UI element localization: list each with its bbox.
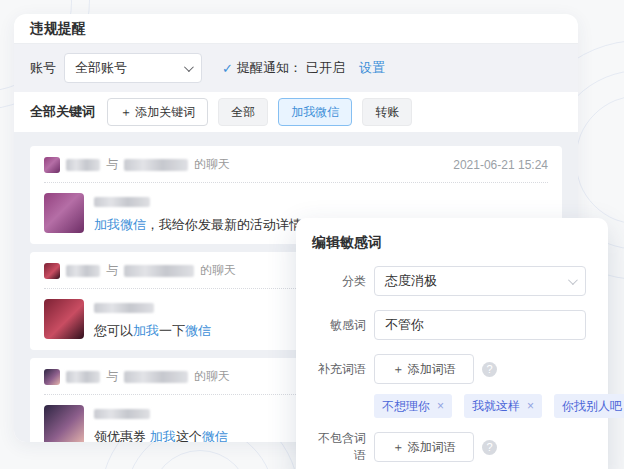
avatar — [44, 263, 60, 279]
keyword-highlight: 加我 — [133, 323, 159, 338]
word-label: 敏感词 — [308, 317, 366, 334]
exclude-row: 不包含词语 ＋ 添加词语 ? — [308, 430, 596, 464]
blurred-name — [124, 371, 188, 383]
notify-status: 已开启 — [306, 59, 345, 77]
account-label: 账号 — [30, 59, 56, 77]
word-tag: 我就这样 × — [464, 394, 542, 418]
category-row: 分类 态度消极 — [308, 266, 596, 296]
add-word-button[interactable]: ＋ 添加词语 — [374, 354, 474, 384]
keyword-tab-transfer[interactable]: 转账 — [362, 98, 412, 126]
keyword-highlight: 微信 — [202, 429, 228, 442]
close-icon[interactable]: × — [437, 399, 444, 413]
keyword-label: 全部关键词 — [30, 103, 95, 121]
blurred-name — [66, 159, 100, 171]
message-part: 一下 — [159, 323, 185, 338]
message-part: 这个 — [176, 429, 202, 442]
word-row: 敏感词 不管你 — [308, 310, 596, 340]
blurred-name — [66, 371, 100, 383]
settings-link[interactable]: 设置 — [359, 59, 385, 77]
category-label: 分类 — [308, 273, 366, 290]
chat-suffix: 的聊天 — [194, 156, 230, 173]
sensitive-word-input[interactable]: 不管你 — [374, 310, 586, 340]
help-icon[interactable]: ? — [482, 362, 497, 377]
chat-card-header: 与 的聊天 2021-06-21 15:24 — [44, 156, 548, 173]
blurred-name — [124, 265, 194, 277]
supplement-label: 补充词语 — [308, 361, 366, 378]
avatar — [44, 369, 60, 385]
exclude-label: 不包含词语 — [308, 430, 366, 464]
keyword-tab-all[interactable]: 全部 — [218, 98, 268, 126]
avatar — [44, 299, 84, 339]
exclude-add-word-button[interactable]: ＋ 添加词语 — [374, 432, 474, 462]
message-text: 领优惠券 加我这个微信 — [94, 428, 228, 442]
supplement-row: 补充词语 ＋ 添加词语 ? — [308, 354, 596, 384]
avatar — [44, 405, 84, 442]
add-keyword-button[interactable]: ＋ 添加关键词 — [107, 98, 208, 126]
notify-label: 提醒通知： — [237, 59, 302, 77]
keyword-toolbar: 全部关键词 ＋ 添加关键词 全部 加我微信 转账 — [14, 92, 578, 132]
message-text: 加我微信，我给你发最新的活动详情 — [94, 216, 302, 234]
account-select[interactable]: 全部账号 — [64, 53, 202, 83]
keyword-highlight: 加我 — [150, 429, 176, 442]
close-icon[interactable]: × — [527, 399, 534, 413]
word-tag-label: 我就这样 — [472, 398, 520, 415]
keyword-highlight: 微信 — [185, 323, 211, 338]
blurred-name — [66, 265, 100, 277]
blurred-name — [124, 159, 188, 171]
category-select[interactable]: 态度消极 — [374, 266, 586, 296]
avatar — [44, 193, 84, 233]
chevron-down-icon — [184, 62, 194, 72]
check-icon: ✓ — [222, 61, 233, 76]
blurred-sender-name — [94, 303, 154, 313]
word-tag-label: 不想理你 — [382, 398, 430, 415]
page-title: 违规提醒 — [30, 20, 86, 38]
word-tag: 不想理你 × — [374, 394, 452, 418]
modal-title: 编辑敏感词 — [312, 234, 592, 252]
category-select-value: 态度消极 — [385, 272, 437, 290]
account-filter-bar: 账号 全部账号 ✓ 提醒通知： 已开启 设置 — [14, 44, 578, 92]
message-part: 您可以 — [94, 323, 133, 338]
message-part: ，我给你发最新的活动详情 — [146, 217, 302, 232]
keyword-highlight: 加我微信 — [94, 217, 146, 232]
edit-sensitive-word-modal: 编辑敏感词 分类 态度消极 敏感词 不管你 补充词语 ＋ 添加词语 ? 不想理你… — [296, 218, 608, 469]
supplement-tags: 不想理你 × 我就这样 × 你找别人吧 × — [374, 394, 596, 418]
blurred-sender-name — [94, 409, 150, 419]
chat-suffix: 的聊天 — [194, 368, 230, 385]
with-text: 与 — [106, 368, 118, 385]
with-text: 与 — [106, 262, 118, 279]
avatar — [44, 157, 60, 173]
message-text: 您可以加我一下微信 — [94, 322, 211, 340]
chevron-down-icon — [568, 275, 578, 285]
panel-header: 违规提醒 — [14, 14, 578, 44]
account-select-value: 全部账号 — [75, 59, 184, 77]
keyword-tab-add-wechat[interactable]: 加我微信 — [278, 98, 352, 126]
message-part: 领优惠券 — [94, 429, 150, 442]
chat-suffix: 的聊天 — [200, 262, 236, 279]
help-icon[interactable]: ? — [482, 440, 497, 455]
word-tag: 你找别人吧 × — [554, 394, 624, 418]
blurred-sender-name — [94, 197, 150, 207]
timestamp: 2021-06-21 15:24 — [453, 158, 548, 172]
word-tag-label: 你找别人吧 — [562, 398, 622, 415]
divider — [44, 182, 548, 183]
with-text: 与 — [106, 156, 118, 173]
sensitive-word-value: 不管你 — [385, 316, 424, 334]
